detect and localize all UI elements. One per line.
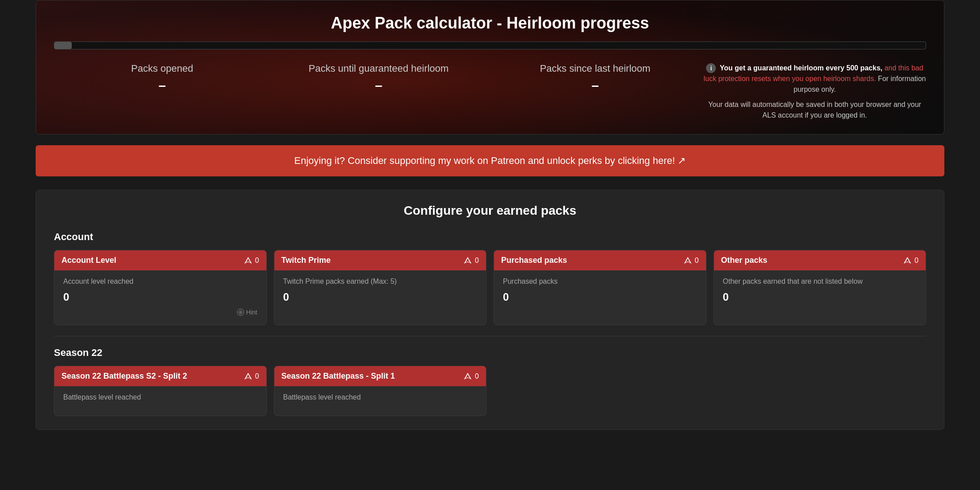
account-cards-grid: Account Level 0 Account level reached 0 … [54, 250, 926, 325]
card-account-level-header: Account Level 0 [54, 250, 266, 270]
card-s22-bp-split1-header: Season 22 Battlepass - Split 1 0 [274, 366, 486, 386]
apex-icon-s22-split1 [463, 372, 472, 381]
info-bold-text: You get a guaranteed heirloom every 500 … [720, 64, 882, 72]
card-twitch-prime-body: Twitch Prime packs earned (Max: 5) 0 [274, 270, 486, 312]
season-section-heading: Season 22 [54, 347, 926, 359]
card-other-packs-desc: Other packs earned that are not listed b… [723, 278, 917, 286]
configure-title: Configure your earned packs [54, 204, 926, 218]
card-account-level-desc: Account level reached [63, 278, 257, 286]
header-section: Apex Pack calculator - Heirloom progress… [36, 0, 944, 135]
card-account-level-value[interactable]: 0 [63, 291, 257, 303]
stat-packs-since-value: – [487, 78, 703, 93]
stats-row: Packs opened – Packs until guaranteed he… [54, 63, 926, 121]
stat-packs-until-heirloom: Packs until guaranteed heirloom – [270, 63, 487, 93]
card-purchased-packs-header: Purchased packs 0 [494, 250, 706, 270]
card-s22-bp-split2: Season 22 Battlepass S2 - Split 2 0 Batt… [54, 366, 267, 416]
card-account-level-count: 0 [255, 257, 259, 265]
page-title: Apex Pack calculator - Heirloom progress [54, 14, 926, 33]
apex-icon-twitch-prime [463, 256, 472, 265]
card-purchased-packs-count: 0 [695, 257, 699, 265]
card-purchased-packs-value[interactable]: 0 [503, 291, 697, 303]
card-s22-bp-split2-desc: Battlepass level reached [63, 393, 257, 401]
card-twitch-prime-header: Twitch Prime 0 [274, 250, 486, 270]
card-twitch-prime-count: 0 [475, 257, 479, 265]
card-s22-bp-split1-desc: Battlepass level reached [283, 393, 478, 401]
stat-packs-until-label: Packs until guaranteed heirloom [270, 63, 487, 74]
card-purchased-packs-title: Purchased packs [501, 256, 567, 265]
card-other-packs-count: 0 [915, 257, 919, 265]
card-other-packs-header: Other packs 0 [714, 250, 926, 270]
progress-bar-fill [54, 42, 72, 49]
card-account-level: Account Level 0 Account level reached 0 … [54, 250, 267, 325]
apex-icon-s22-split2 [244, 372, 253, 381]
card-twitch-prime: Twitch Prime 0 Twitch Prime packs earned… [274, 250, 487, 325]
configure-section: Configure your earned packs Account Acco… [36, 190, 944, 430]
card-s22-bp-split1: Season 22 Battlepass - Split 1 0 Battlep… [274, 366, 487, 416]
card-other-packs: Other packs 0 Other packs earned that ar… [714, 250, 927, 325]
card-s22-split1-count: 0 [475, 372, 479, 380]
card-s22-bp-split2-body: Battlepass level reached [54, 386, 266, 416]
apex-icon-purchased-packs [683, 256, 692, 265]
stat-packs-opened-label: Packs opened [54, 63, 270, 74]
account-section-heading: Account [54, 231, 926, 243]
apex-icon-other-packs [903, 256, 912, 265]
stat-packs-opened: Packs opened – [54, 63, 270, 93]
card-s22-bp-split2-header: Season 22 Battlepass S2 - Split 2 0 [54, 366, 266, 386]
card-purchased-packs-pack-count: 0 [683, 256, 699, 265]
stat-packs-since-label: Packs since last heirloom [487, 63, 703, 74]
card-account-level-title: Account Level [61, 256, 116, 265]
stat-packs-opened-value: – [54, 78, 270, 93]
season-cards-grid: Season 22 Battlepass S2 - Split 2 0 Batt… [54, 366, 926, 416]
card-purchased-packs-body: Purchased packs 0 [494, 270, 706, 312]
card-other-packs-value[interactable]: 0 [723, 291, 917, 303]
card-s22-bp-split1-body: Battlepass level reached [274, 386, 486, 416]
hint-circle-icon: ⊕ [237, 309, 244, 316]
progress-bar [54, 41, 926, 49]
card-s22-split2-count: 0 [255, 372, 259, 380]
card-other-packs-title: Other packs [721, 256, 768, 265]
card-purchased-packs: Purchased packs 0 Purchased packs 0 [494, 250, 706, 325]
info-icon: i [706, 63, 716, 73]
hint-label: Hint [246, 309, 257, 316]
patreon-banner[interactable]: Enjoying it? Consider supporting my work… [36, 145, 944, 176]
card-s22-bp-split1-title: Season 22 Battlepass - Split 1 [282, 372, 395, 381]
stat-packs-since-heirloom: Packs since last heirloom – [487, 63, 703, 93]
info-secondary-text: Your data will automatically be saved in… [703, 99, 926, 121]
card-other-packs-pack-count: 0 [903, 256, 919, 265]
card-account-level-pack-count: 0 [244, 256, 259, 265]
section-divider [54, 336, 926, 336]
card-s22-bp-split2-pack-count: 0 [244, 372, 259, 381]
card-purchased-packs-desc: Purchased packs [503, 278, 697, 286]
card-twitch-prime-pack-count: 0 [463, 256, 479, 265]
card-s22-bp-split2-title: Season 22 Battlepass S2 - Split 2 [61, 372, 187, 381]
card-other-packs-body: Other packs earned that are not listed b… [714, 270, 926, 312]
card-account-level-hint[interactable]: ⊕ Hint [63, 309, 257, 316]
card-account-level-body: Account level reached 0 ⊕ Hint [54, 270, 266, 325]
card-s22-bp-split1-pack-count: 0 [463, 372, 479, 381]
card-twitch-prime-title: Twitch Prime [282, 256, 331, 265]
patreon-label: Enjoying it? Consider supporting my work… [294, 155, 686, 167]
stat-packs-until-value: – [270, 78, 487, 93]
info-box: i You get a guaranteed heirloom every 50… [703, 63, 926, 121]
card-twitch-prime-value[interactable]: 0 [283, 291, 478, 303]
card-twitch-prime-desc: Twitch Prime packs earned (Max: 5) [283, 278, 478, 286]
apex-icon-account-level [244, 256, 253, 265]
